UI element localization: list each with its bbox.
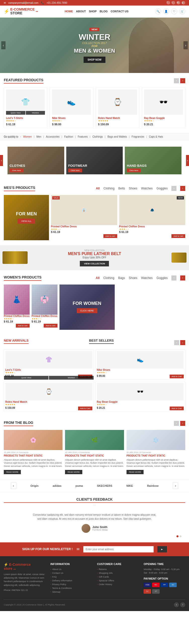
brand-origin[interactable]: Origin <box>30 484 38 487</box>
arrivals-prev-button[interactable]: ‹ <box>174 340 179 345</box>
blog-next-button[interactable]: › <box>180 421 185 426</box>
mens-filter-shoes[interactable]: Shoes <box>129 187 137 190</box>
newsletter-submit-button[interactable]: ► <box>157 546 167 552</box>
mens-add-to-cart-1[interactable]: Add to cart <box>103 234 117 238</box>
womens-filter-watches[interactable]: Watches <box>141 276 153 280</box>
footer-link-delivery[interactable]: Delivery Information <box>50 579 92 582</box>
arrival-cart-4[interactable]: Add to Cart <box>170 407 184 410</box>
womens-prev-button[interactable]: ‹ <box>171 275 176 280</box>
mens-prev-button[interactable]: ‹ <box>171 186 176 191</box>
arrival-cart-3[interactable]: Add to Cart <box>78 407 92 410</box>
belt-view-button[interactable]: VIEW COLLECTION <box>80 261 109 266</box>
cart-icon[interactable]: 🛒 <box>179 8 185 14</box>
cat-card-footwear-btn[interactable]: Click here <box>68 169 82 172</box>
nav-home[interactable]: HOME <box>65 10 73 13</box>
mens-filter-watches[interactable]: Watches <box>141 187 153 190</box>
wishlist-button[interactable]: Wishlist <box>26 111 45 115</box>
womens-filter-goggles[interactable]: Goggles <box>156 276 168 280</box>
blog-post-text-2: Aliquam dictum pellentesque nibh sit ame… <box>65 458 124 468</box>
cat-nav-fashion[interactable]: Fashion <box>64 135 73 138</box>
cat-nav-accessories[interactable]: Accessories <box>46 135 59 138</box>
footer-link-sitemap[interactable]: Sitemap <box>50 591 92 593</box>
womens-add-to-cart-2[interactable]: Add to cart <box>44 324 57 328</box>
blog-read-more-3[interactable]: READ MORE <box>127 470 144 474</box>
footer-link-privacy[interactable]: Privacy Policy <box>50 583 92 586</box>
newsletter-input[interactable] <box>83 546 154 552</box>
cat-nav-men[interactable]: Men <box>36 135 41 138</box>
heart-icon[interactable]: ♡ <box>171 8 177 14</box>
mens-view-all-button[interactable]: VIEW ALL <box>18 219 35 224</box>
cat-cards-prev-button[interactable]: ‹ <box>0 155 3 166</box>
cat-nav-bags[interactable]: Bags and Wallets <box>107 135 127 138</box>
womens-next-button[interactable]: › <box>180 275 185 280</box>
brands-prev-button[interactable]: ‹ <box>11 482 16 489</box>
hero-prev-button[interactable]: ‹ <box>1 41 6 49</box>
arrivals-next-button[interactable]: › <box>180 340 185 345</box>
search-icon[interactable]: 🔍 <box>155 8 161 14</box>
brand-adidas[interactable]: adidas <box>53 484 61 487</box>
cat-nav-fragrances[interactable]: Fragrances <box>132 135 144 138</box>
footer-link-contact[interactable]: Contact Us <box>50 572 92 574</box>
instagram-icon[interactable]: in <box>177 1 180 5</box>
cat-cards-next-button[interactable]: › <box>186 155 189 166</box>
quick-view-button[interactable]: Quick View <box>6 111 25 115</box>
featured-next-button[interactable]: › <box>180 78 185 83</box>
blog-read-more-2[interactable]: READ MORE <box>65 470 82 474</box>
cat-nav-clothings[interactable]: Clothings <box>92 135 103 138</box>
womens-add-to-cart-1[interactable]: Add to cart <box>16 324 30 328</box>
brand-puma[interactable]: puma <box>76 484 83 487</box>
cat-nav-women[interactable]: Women <box>23 135 32 138</box>
brands-next-button[interactable]: › <box>173 482 178 489</box>
user-icon[interactable]: 👤 <box>163 8 169 14</box>
mens-title: MES'S PRODUCTS <box>4 186 35 191</box>
nav-about[interactable]: ABOUT <box>76 10 86 13</box>
mens-filter-goggles[interactable]: Goggles <box>156 187 168 190</box>
footer-link-terms[interactable]: Terms & Conditions <box>50 587 92 589</box>
dot-1[interactable] <box>176 535 178 537</box>
arrival-name-2: Nike Shoes <box>97 369 184 371</box>
brand-rainbow[interactable]: Rainbow <box>147 484 159 487</box>
arrival-cart-2[interactable]: Add to Cart <box>170 375 184 378</box>
blog-section: FROM THE BLOG ‹ › 🌸 15 JAN 2016 | 4 Comm… <box>0 416 189 479</box>
cat-nav-features[interactable]: Features <box>78 135 88 138</box>
facebook-icon[interactable]: f <box>167 1 170 5</box>
mens-add-to-cart-2[interactable]: Add to cart <box>171 234 185 238</box>
cat-card-clothes-btn[interactable]: Click here <box>10 169 24 172</box>
brand-nike[interactable]: NIKE <box>126 484 133 487</box>
blog-read-more-1[interactable]: READ MORE <box>4 470 21 474</box>
nav-contact[interactable]: CONTACT US <box>111 10 129 13</box>
womens-click-here-button[interactable]: CLICK HERE <box>77 308 97 313</box>
footer-link-about[interactable]: About Us <box>50 568 92 571</box>
womens-filter-clothing[interactable]: Clothing <box>103 276 114 280</box>
featured-prev-button[interactable]: ‹ <box>174 78 179 83</box>
nav-blog[interactable]: BLOG <box>100 10 108 13</box>
footer-link-shopping[interactable]: Shopping Info <box>97 572 139 574</box>
womens-filter-shoes[interactable]: Shoes <box>129 276 137 280</box>
google-icon[interactable]: g <box>182 1 185 5</box>
cat-nav-caps[interactable]: Caps & Hats <box>149 135 163 138</box>
footer-link-returns[interactable]: Returns <box>97 568 139 571</box>
hero-subtitle: COLLECTION 2017 <box>74 42 115 45</box>
mens-filter-all[interactable]: All <box>96 187 100 190</box>
footer-link-orders[interactable]: Order History <box>97 583 139 586</box>
mens-filter-belts[interactable]: Belts <box>118 187 125 190</box>
nav-shop[interactable]: SHOP <box>89 10 97 13</box>
footer-link-gifts[interactable]: Gift Cards <box>97 576 139 578</box>
twitter-icon[interactable]: t <box>172 1 175 5</box>
womens-filter-all[interactable]: All <box>96 276 99 280</box>
blog-prev-button[interactable]: ‹ <box>174 421 179 426</box>
womens-filter-bags[interactable]: Bags <box>118 276 125 280</box>
dot-2[interactable] <box>179 535 181 537</box>
hero-shop-now-button[interactable]: SHOP NOW <box>84 57 105 63</box>
arrival-quickview-1[interactable]: Quick View <box>4 376 48 380</box>
footer-facebook-icon[interactable]: f <box>180 602 185 607</box>
footer-twitter-icon[interactable]: t <box>174 602 179 607</box>
mens-filter-clothing[interactable]: Clothing <box>103 187 114 190</box>
brand-skechers[interactable]: SKECHERS <box>97 484 112 487</box>
arrival-wishlist-1[interactable]: Wishlist <box>49 376 93 380</box>
footer-link-offers[interactable]: Speacial Offers <box>97 579 139 582</box>
mens-next-button[interactable]: › <box>180 186 185 191</box>
footer-link-faq[interactable]: FAQ <box>50 576 92 578</box>
hero-next-button[interactable]: › <box>183 41 188 49</box>
cat-card-handbags-btn[interactable]: Click here <box>127 169 141 172</box>
